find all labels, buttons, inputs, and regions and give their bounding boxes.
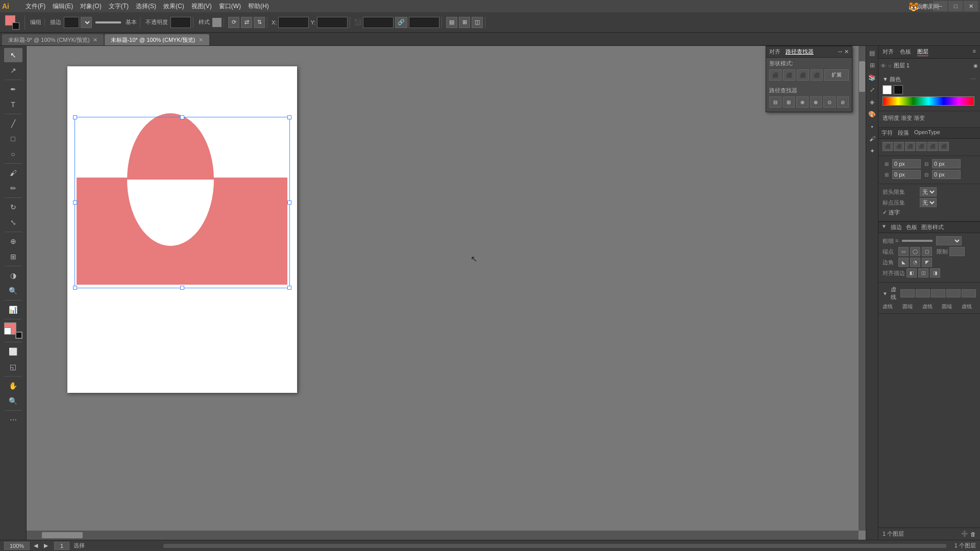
menu-file[interactable]: 文件(F) <box>22 1 48 12</box>
justify-btn[interactable]: ⬛ <box>916 142 926 151</box>
stroke-swatch[interactable] <box>12 22 19 30</box>
align-outside-btn[interactable]: ◨ <box>930 268 940 278</box>
hand-tool[interactable]: ✋ <box>4 379 22 393</box>
stroke-input[interactable] <box>64 17 79 28</box>
transform-icon[interactable]: ⤢ <box>867 85 877 95</box>
artboard-num-input[interactable] <box>54 542 69 550</box>
cap-butt-btn[interactable]: ▭ <box>898 247 909 256</box>
mesh-tool[interactable]: ⊞ <box>4 249 22 264</box>
rotate-tool[interactable]: ↻ <box>4 200 22 214</box>
limit-input[interactable] <box>949 247 965 256</box>
line-tool[interactable]: ╱ <box>4 116 22 131</box>
layers-icon[interactable]: ⊞ <box>867 60 877 70</box>
panel-minimize-icon[interactable]: ─ <box>838 48 842 55</box>
graph-tool[interactable]: 📊 <box>4 303 22 317</box>
zoom-input[interactable]: 100% <box>4 542 30 550</box>
blend-tool[interactable]: ⊕ <box>4 234 22 248</box>
menu-help[interactable]: 帮助(H) <box>245 1 272 12</box>
anchor-select[interactable]: 无 <box>920 198 937 207</box>
x-input[interactable]: 310.5 px <box>278 17 309 28</box>
tab-opentype[interactable]: OpenType <box>914 129 940 137</box>
stroke-unit-select[interactable] <box>81 17 92 28</box>
collapse-icon-stroke[interactable]: ▼ <box>881 223 887 231</box>
align-button[interactable]: ⊞ <box>459 17 470 28</box>
pathfinder-tab-link[interactable]: 路径查找器 <box>786 48 814 56</box>
screen-mode-button[interactable]: ⬜ <box>4 344 22 359</box>
align-right-btn[interactable]: ⬛ <box>905 142 915 151</box>
swatch-icon[interactable]: ▪ <box>867 121 877 132</box>
w-input[interactable]: 561 px <box>363 17 394 28</box>
outline-btn[interactable]: ⊙ <box>823 96 836 108</box>
tab-document-2[interactable]: 未标题-10* @ 100% (CMYK/预览) ✕ <box>105 34 209 45</box>
transform-button[interactable]: ◫ <box>472 17 483 28</box>
menu-window[interactable]: 窗口(W) <box>216 1 244 12</box>
cap-square-btn[interactable]: ▢ <box>922 247 932 256</box>
tab-layers[interactable]: 图层 <box>917 48 928 56</box>
y-input[interactable]: 355.192 <box>317 17 348 28</box>
vertical-scrollbar[interactable] <box>859 46 866 531</box>
canvas-area[interactable]: ↖ <box>27 46 866 540</box>
horizontal-scrollbar[interactable] <box>27 531 859 540</box>
layer-item-1[interactable]: 👁 ○ 图层 1 ◉ <box>880 61 978 70</box>
menu-object[interactable]: 对象(O) <box>77 1 104 12</box>
gradient-tool[interactable]: ◑ <box>4 268 22 283</box>
zoom-tool[interactable]: 🔍 <box>4 394 22 408</box>
style-swatch[interactable] <box>212 18 222 27</box>
align-force-btn[interactable]: ⬛ <box>939 142 949 151</box>
trim-btn[interactable]: ⊞ <box>783 96 795 108</box>
arrowhead-select[interactable]: 无 <box>920 187 937 196</box>
align-left-btn[interactable]: ⬛ <box>883 142 893 151</box>
next-artboard-btn[interactable]: ▶ <box>44 542 48 549</box>
close-button[interactable]: ✕ <box>964 1 978 11</box>
align-center-btn[interactable]: ⬛ <box>894 142 904 151</box>
tab-align[interactable]: 对齐 <box>883 48 894 56</box>
properties-icon[interactable]: ▤ <box>867 48 877 58</box>
maximize-button[interactable]: □ <box>948 1 963 11</box>
corner-miter-btn[interactable]: ◣ <box>898 258 909 267</box>
align-inside-btn[interactable]: ◧ <box>906 268 917 278</box>
dash-btn-5[interactable] <box>962 289 976 297</box>
dash-btn-4[interactable] <box>946 289 961 297</box>
new-layer-icon[interactable]: ➕ <box>961 531 968 537</box>
tab-1-close[interactable]: ✕ <box>93 37 97 43</box>
color-gradient-bar[interactable] <box>883 96 974 106</box>
opacity-input[interactable]: 100% <box>170 17 191 28</box>
menu-edit[interactable]: 编辑(E) <box>50 1 76 12</box>
layer-eye-icon[interactable]: 👁 <box>880 63 886 69</box>
more-tools-button[interactable]: ⋯ <box>4 413 22 427</box>
relink-button[interactable]: ⟳ <box>228 17 239 28</box>
color-icon[interactable]: 🎨 <box>867 109 877 119</box>
rect-tool[interactable]: □ <box>4 132 22 146</box>
align-center-stroke-btn[interactable]: ◫ <box>918 268 928 278</box>
paintbrush-tool[interactable]: 🖌 <box>4 166 22 180</box>
horizontal-scroll-thumb[interactable] <box>42 532 83 538</box>
artboard-tool[interactable]: ◱ <box>4 360 22 374</box>
prev-artboard-btn[interactable]: ◀ <box>34 542 38 549</box>
justify-all-btn[interactable]: ⬛ <box>927 142 938 151</box>
stroke-tab[interactable]: 描边 <box>891 223 902 231</box>
corner-bevel-btn[interactable]: ◤ <box>922 258 932 267</box>
scale-tool[interactable]: ⤡ <box>4 215 22 230</box>
tab-character[interactable]: 字符 <box>881 129 893 137</box>
vertical-scroll-thumb[interactable] <box>859 61 865 92</box>
spacing-input-4[interactable] <box>932 170 961 179</box>
panel-close-icon[interactable]: ✕ <box>844 48 849 55</box>
direct-selection-tool[interactable]: ↗ <box>4 63 22 78</box>
dash-btn-3[interactable] <box>931 289 945 297</box>
brush-icon[interactable]: 🖌 <box>867 134 877 144</box>
divide-btn[interactable]: ⊟ <box>769 96 781 108</box>
color-tab[interactable]: 色板 <box>906 223 917 231</box>
tab-paragraph[interactable]: 段落 <box>898 129 909 137</box>
expand-btn[interactable]: 扩展 <box>824 69 849 81</box>
eyedropper-tool[interactable]: 🔍 <box>4 284 22 298</box>
tool-stroke-color[interactable] <box>15 332 22 339</box>
dash-btn-1[interactable] <box>900 289 915 297</box>
exclude-btn[interactable]: ⬛ <box>811 69 823 81</box>
selection-tool[interactable]: ↖ <box>4 48 22 62</box>
lock-aspect-button[interactable]: 🔗 <box>395 17 407 28</box>
ellipse-tool[interactable]: ○ <box>4 147 22 161</box>
layer-lock-icon[interactable]: ○ <box>888 63 892 69</box>
dash-btn-2[interactable] <box>916 289 930 297</box>
color-section-title[interactable]: ▼ 颜色 <box>883 76 901 83</box>
tab-document-1[interactable]: 未标题-9* @ 100% (CMYK/预览) ✕ <box>2 34 104 45</box>
